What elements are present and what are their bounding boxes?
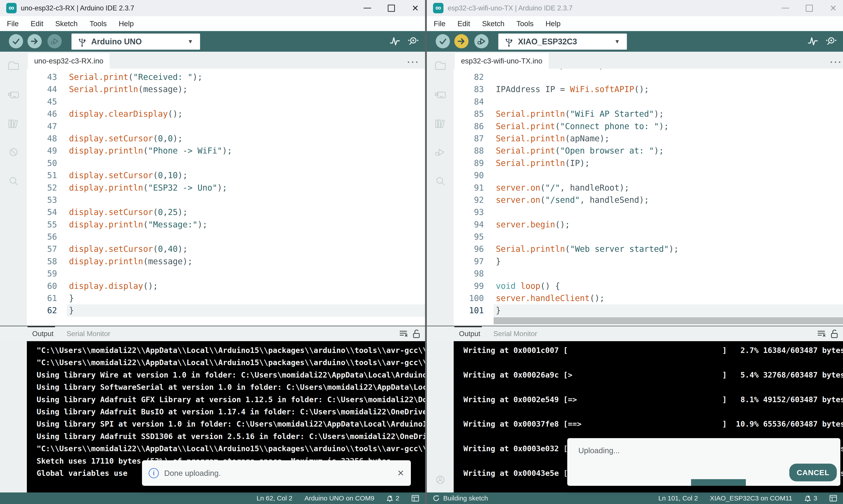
serial-plotter-button[interactable] <box>390 36 400 48</box>
close-button[interactable]: ✕ <box>411 4 420 13</box>
menu-tools[interactable]: Tools <box>510 16 539 31</box>
code-line[interactable]: 82 <box>454 71 843 83</box>
boards-manager-button[interactable] <box>7 89 20 102</box>
code-line[interactable]: 93 <box>454 206 843 218</box>
sidebook-sketchbook-button[interactable] <box>7 59 20 73</box>
code-line[interactable]: 83IPAddress IP = WiFi.softAPIP(); <box>454 83 843 95</box>
account-button[interactable] <box>434 474 447 487</box>
search-button[interactable] <box>434 175 447 188</box>
code-line[interactable]: 91server.on("/", handleRoot); <box>454 182 843 194</box>
verify-button[interactable] <box>436 34 450 48</box>
code-editor[interactable]: 43Serial.print("Received: ");44Serial.pr… <box>27 69 425 326</box>
code-line[interactable]: 90 <box>454 169 843 181</box>
code-line[interactable]: 98 <box>454 268 843 280</box>
code-line[interactable]: 87Serial.println(apName); <box>454 132 843 145</box>
board-selector[interactable]: XIAO_ESP32C3 ▼ <box>498 34 627 50</box>
minimize-button[interactable] <box>363 4 372 13</box>
code-line[interactable]: 101} <box>454 304 843 317</box>
tab-overflow-menu[interactable]: ··· <box>830 57 843 67</box>
library-manager-button[interactable] <box>434 118 447 131</box>
debug-panel-button[interactable] <box>434 146 447 159</box>
menu-file[interactable]: File <box>428 16 451 31</box>
autoscroll-lock-button[interactable] <box>830 329 840 340</box>
tab-sketch-file[interactable]: uno-esp32-c3-RX.ino <box>28 53 110 69</box>
upload-button[interactable] <box>28 34 42 48</box>
code-line[interactable]: 51display.setCursor(0,10); <box>27 169 425 181</box>
code-line[interactable]: 100server.handleClient(); <box>454 292 843 304</box>
code-line[interactable]: 44Serial.println(message); <box>27 83 425 95</box>
code-line[interactable]: 47 <box>27 120 425 132</box>
menu-file[interactable]: File <box>1 16 25 31</box>
code-line[interactable]: 86Serial.print("Connect phone to: "); <box>454 120 843 132</box>
toggle-panel-button[interactable] <box>829 494 837 502</box>
debug-panel-button[interactable] <box>7 146 20 159</box>
board-selector[interactable]: Arduino UNO ▼ <box>71 34 200 50</box>
code-line[interactable]: 95 <box>454 231 843 243</box>
code-line[interactable]: 48display.setCursor(0,0); <box>27 132 425 145</box>
menu-edit[interactable]: Edit <box>451 16 476 31</box>
code-line[interactable]: 60display.display(); <box>27 280 425 292</box>
cancel-button[interactable]: CANCEL <box>789 464 837 481</box>
menu-sketch[interactable]: Sketch <box>49 16 84 31</box>
code-line[interactable]: 54display.setCursor(0,25); <box>27 206 425 218</box>
menu-edit[interactable]: Edit <box>25 16 49 31</box>
board-port-status[interactable]: Arduino UNO on COM9 <box>304 494 374 502</box>
code-line[interactable]: 50 <box>27 157 425 169</box>
sketchbook-button[interactable] <box>434 59 447 73</box>
tab-overflow-menu[interactable]: ··· <box>407 57 420 67</box>
cursor-position[interactable]: Ln 101, Col 2 <box>659 494 698 502</box>
code-line[interactable]: 55display.println("Message:"); <box>27 218 425 231</box>
code-editor[interactable]: WiFi.softAP(apName, apPassword);8283IPAd… <box>454 69 843 326</box>
code-line[interactable]: 92server.on("/send", handleSend); <box>454 194 843 206</box>
code-line[interactable]: 61} <box>27 292 425 304</box>
maximize-button[interactable] <box>387 4 396 13</box>
code-line[interactable]: 85Serial.println("WiFi AP Started"); <box>454 108 843 120</box>
debug-button[interactable] <box>48 34 62 48</box>
maximize-button[interactable] <box>805 4 814 13</box>
notifications-bell[interactable]: 3 <box>804 494 817 502</box>
code-line[interactable]: 52display.println("ESP32 -> Uno"); <box>27 182 425 194</box>
board-port-status[interactable]: XIAO_ESP32C3 on COM11 <box>710 494 792 502</box>
serial-monitor-button[interactable] <box>407 36 419 48</box>
serial-monitor-button[interactable] <box>825 36 837 48</box>
close-button[interactable]: ✕ <box>829 4 838 13</box>
clear-output-button[interactable] <box>817 329 827 340</box>
tab-output[interactable]: Output <box>459 326 480 341</box>
minimize-button[interactable] <box>781 4 790 13</box>
tab-serial-monitor[interactable]: Serial Monitor <box>494 326 537 341</box>
code-line[interactable]: 46display.clearDisplay(); <box>27 108 425 120</box>
clear-output-button[interactable] <box>399 329 409 340</box>
code-line[interactable]: 96Serial.println("Web server started"); <box>454 243 843 255</box>
notification-close-button[interactable]: ✕ <box>397 468 404 478</box>
library-manager-button[interactable] <box>7 118 20 131</box>
autoscroll-lock-button[interactable] <box>412 329 422 340</box>
code-line[interactable]: 99void loop() { <box>454 280 843 292</box>
code-line[interactable]: 58display.println(message); <box>27 255 425 268</box>
menu-help[interactable]: Help <box>113 16 140 31</box>
code-line[interactable]: 84 <box>454 96 843 108</box>
serial-plotter-button[interactable] <box>807 36 818 48</box>
horizontal-scrollbar[interactable] <box>494 317 843 324</box>
title-bar[interactable]: ∞ esp32-c3-wifi-uno-TX | Arduino IDE 2.3… <box>427 0 843 16</box>
code-line[interactable]: 97} <box>454 255 843 268</box>
toggle-panel-button[interactable] <box>411 494 419 502</box>
tab-output[interactable]: Output <box>32 326 53 341</box>
menu-help[interactable]: Help <box>539 16 567 31</box>
code-line[interactable]: 45 <box>27 96 425 108</box>
menu-sketch[interactable]: Sketch <box>476 16 510 31</box>
code-line[interactable]: 94server.begin(); <box>454 218 843 231</box>
code-line[interactable]: 88Serial.print("Open browser at: "); <box>454 145 843 157</box>
upload-button-active[interactable] <box>454 34 468 48</box>
search-button[interactable] <box>7 175 20 188</box>
notifications-bell[interactable]: 2 <box>386 494 399 502</box>
code-line[interactable]: 89Serial.println(IP); <box>454 157 843 169</box>
code-line[interactable]: 59 <box>27 268 425 280</box>
code-line[interactable]: 57display.setCursor(0,40); <box>27 243 425 255</box>
tab-sketch-file[interactable]: esp32-c3-wifi-uno-TX.ino <box>455 53 549 69</box>
tab-serial-monitor[interactable]: Serial Monitor <box>67 326 110 341</box>
title-bar[interactable]: ∞ uno-esp32-c3-RX | Arduino IDE 2.3.7 ✕ <box>0 0 425 16</box>
debug-button[interactable] <box>474 34 488 48</box>
cursor-position[interactable]: Ln 62, Col 2 <box>256 494 292 502</box>
code-line[interactable]: 62} <box>27 304 425 317</box>
code-line[interactable]: 49display.println("Phone -> WiFi"); <box>27 145 425 157</box>
